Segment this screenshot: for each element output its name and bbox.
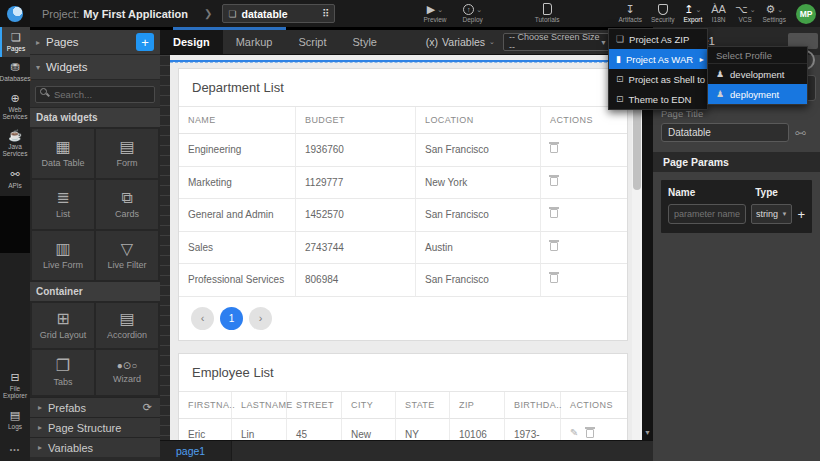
widget-search-input[interactable] — [35, 86, 155, 103]
pagination-page-1[interactable]: 1 — [220, 307, 243, 330]
employee-list-card[interactable]: Employee List FIRSTNA.. LASTNAME STREET … — [178, 353, 628, 441]
tab-design[interactable]: Design — [160, 30, 223, 54]
page-structure-label: Page Structure — [48, 422, 121, 434]
column-header[interactable]: ACTIONS — [541, 107, 627, 134]
deploy-button[interactable]: ↑⌄ Deploy — [463, 3, 483, 24]
column-header[interactable]: ZIP — [450, 392, 505, 419]
tab-style[interactable]: Style — [340, 30, 390, 54]
submenu-item-label: development — [730, 69, 784, 80]
page-title-input[interactable] — [661, 123, 789, 142]
widget-wizard[interactable]: ●⊙○Wizard — [96, 350, 158, 395]
column-header[interactable]: STREET — [287, 392, 342, 419]
column-header[interactable]: FIRSTNA.. — [179, 392, 232, 419]
widget-live-form[interactable]: ▥Live Form — [32, 231, 94, 280]
tabs-icon: ❐ — [56, 358, 70, 374]
sidebar-item-pages[interactable]: ❏ Pages — [0, 27, 30, 57]
department-list-card[interactable]: Department List NAME BUDGET LOCATION ACT… — [178, 68, 628, 341]
widgets-section-header[interactable]: ▾ Widgets — [30, 55, 160, 80]
tab-script[interactable]: Script — [285, 30, 339, 54]
active-page-tab-indicator — [173, 27, 286, 30]
edit-row-icon[interactable]: ✎ — [570, 428, 578, 438]
menu-item-project-as-shell-to-edn[interactable]: ⊡ Project as Shell to EDN — [609, 69, 707, 89]
app-logo[interactable] — [0, 0, 30, 27]
sidebar-item-label: Databases — [0, 75, 31, 82]
delete-row-icon[interactable] — [550, 177, 558, 186]
column-header[interactable]: ACTIONS — [561, 392, 627, 419]
screen-size-value: -- Choose Screen Size -- — [509, 32, 600, 52]
canvas-area: « Department List NAME BUDGET LOCATION A… — [160, 55, 653, 440]
delete-row-icon[interactable] — [550, 274, 558, 283]
open-page-tab[interactable]: page1 — [160, 441, 232, 461]
column-header[interactable]: CITY — [342, 392, 396, 419]
variables-dropdown[interactable]: (x) Variables ⌄ — [426, 36, 495, 48]
tutorials-button[interactable]: Tutorials — [535, 3, 560, 24]
refresh-icon[interactable]: ⟳ — [143, 401, 152, 414]
column-header[interactable]: LOCATION — [416, 107, 541, 134]
settings-button[interactable]: ⚙⌄ Settings — [763, 3, 787, 24]
widget-accordion[interactable]: ▤Accordion — [96, 303, 158, 348]
export-button[interactable]: ↥⌄ Export — [683, 3, 702, 24]
submenu-item-development[interactable]: ♟ development — [708, 64, 807, 84]
widget-data-table[interactable]: ▦Data Table — [32, 129, 94, 178]
bottom-bar: page1 — [160, 440, 653, 461]
variables-section-header[interactable]: ▸ Variables — [30, 437, 160, 457]
pagination-next-button[interactable]: › — [249, 307, 272, 330]
scroll-down-icon[interactable]: ▼ — [644, 429, 651, 436]
design-canvas[interactable]: Department List NAME BUDGET LOCATION ACT… — [170, 55, 632, 440]
delete-row-icon[interactable] — [586, 429, 594, 438]
widget-tabs[interactable]: ❐Tabs — [32, 350, 94, 395]
sidebar-item-java-services[interactable]: ☕ Java Services — [0, 125, 30, 162]
prefabs-section-header[interactable]: ▸ Prefabs ⟳ — [30, 397, 160, 417]
wavemaker-logo-icon — [7, 6, 23, 22]
sidebar-item-web-services[interactable]: ⊕ Web Services — [0, 88, 30, 125]
menu-item-project-as-zip[interactable]: ❏ Project As ZIP — [609, 29, 707, 49]
preview-button[interactable]: ▶⌄ Preview — [423, 3, 446, 24]
widget-form[interactable]: ▤Form — [96, 129, 158, 178]
user-avatar[interactable]: MP — [796, 4, 816, 24]
submenu-item-deployment[interactable]: ♟ deployment — [708, 84, 807, 104]
security-button[interactable]: Security — [651, 3, 674, 24]
cell: 1452570 — [296, 199, 416, 232]
column-header[interactable]: LASTNAME — [232, 392, 287, 419]
pagination-prev-button[interactable]: ‹ — [191, 307, 214, 330]
list-icon: ≣ — [56, 190, 69, 206]
widget-grid-layout[interactable]: ⊞Grid Layout — [32, 303, 94, 348]
widget-list[interactable]: ≣List — [32, 180, 94, 229]
add-param-button[interactable]: + — [797, 207, 805, 222]
column-header[interactable]: BUDGET — [296, 107, 416, 134]
delete-row-icon[interactable] — [550, 209, 558, 218]
icon-sidebar: ❏ Pages ⛃ Databases ⊕ Web Services ☕ Jav… — [0, 27, 30, 461]
bind-link-icon[interactable]: ⧟ — [795, 126, 806, 139]
widget-search-row — [30, 80, 160, 108]
chevron-right-icon: ❯ — [204, 8, 212, 19]
page-structure-section-header[interactable]: ▸ Page Structure — [30, 417, 160, 437]
column-header[interactable]: STATE — [396, 392, 450, 419]
widget-label: Wizard — [113, 374, 141, 384]
canvas-scrollbar[interactable] — [632, 55, 642, 440]
page-selector[interactable]: ❏ datatable ⠿ — [222, 4, 335, 23]
pages-section-header[interactable]: ▸ Pages + — [30, 30, 160, 55]
i18n-button[interactable]: ÀA I18N — [711, 3, 726, 24]
sidebar-item-databases[interactable]: ⛃ Databases — [0, 57, 30, 88]
widget-live-filter[interactable]: ▽Live Filter — [96, 231, 158, 280]
param-type-select[interactable]: string ▼ — [751, 204, 792, 224]
widget-cards[interactable]: ⧉Cards — [96, 180, 158, 229]
delete-row-icon[interactable] — [550, 144, 558, 153]
cards-icon: ⧉ — [121, 190, 132, 206]
sidebar-more-icon[interactable]: ••• — [0, 437, 30, 461]
sidebar-item-logs[interactable]: ▤ Logs — [0, 404, 30, 437]
param-name-input[interactable] — [668, 204, 746, 224]
department-list-title: Department List — [179, 69, 627, 107]
column-header[interactable]: BIRTHDA.. — [505, 392, 561, 419]
column-header[interactable]: NAME — [179, 107, 296, 134]
delete-row-icon[interactable] — [550, 242, 558, 251]
vcs-button[interactable]: ⌥⌄ VCS — [735, 3, 756, 24]
menu-item-theme-to-edn[interactable]: ⊡ Theme to EDN — [609, 89, 707, 109]
sidebar-item-file-explorer[interactable]: ⊟ File Explorer — [0, 367, 30, 404]
add-page-button[interactable]: + — [136, 33, 154, 51]
sidebar-item-apis[interactable]: ⚯ APIs — [0, 162, 30, 196]
screen-size-select[interactable]: -- Choose Screen Size -- ▼ — [503, 33, 613, 51]
menu-item-project-as-war[interactable]: ▮ Project As WAR ► — [609, 49, 707, 69]
tab-markup[interactable]: Markup — [223, 30, 286, 54]
artifacts-button[interactable]: ↧ Artifacts — [618, 3, 641, 24]
